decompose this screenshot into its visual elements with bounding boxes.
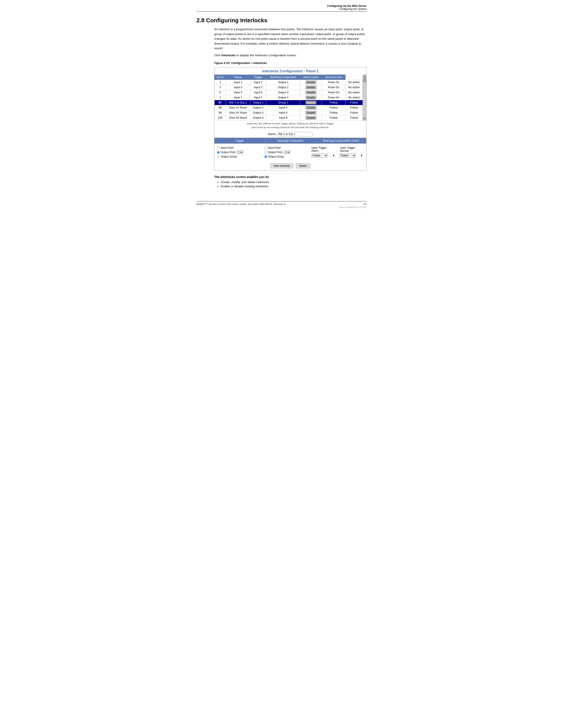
reacting-output-point-radio[interactable] <box>264 151 267 154</box>
cell-alarm: Disable <box>300 85 322 90</box>
bottom-config-header: Trigger Reacting Component Reacting Comp… <box>214 138 366 144</box>
disable-button[interactable]: Disable <box>306 101 317 104</box>
trigger-output-group-row: Output Group <box>217 155 261 158</box>
cell-reacting: Output 1 <box>266 80 300 85</box>
trigger-select[interactable]: 1234 <box>237 150 243 154</box>
footer-right: 59 <box>364 203 367 205</box>
trigger-input-point-row: Input Point <box>217 146 261 149</box>
enables-list: Create, modify, and delete interlocks.En… <box>214 180 367 188</box>
col-header-trigger-bottom: Trigger <box>214 138 265 144</box>
col-header-action-bottom: Reacting Component's Action <box>316 138 366 144</box>
alarm-action-label: Upon Trigger Alarm: <box>311 146 334 152</box>
disable-button[interactable]: Disable <box>306 91 317 94</box>
trigger-output-point-label: Output Point <box>221 151 235 154</box>
cell-id: 1 <box>214 80 226 85</box>
cell-name: Input 7 <box>226 95 250 100</box>
bottom-config: Trigger Reacting Component Reacting Comp… <box>214 138 366 171</box>
cell-alarm: Disable <box>300 110 322 115</box>
cell-alarm-action: Pulse On <box>322 80 346 85</box>
cell-reacting: Output 4 <box>266 95 300 100</box>
delete-button[interactable]: Delete <box>296 163 310 168</box>
header-line1: Configuring via the Web Server <box>327 4 367 8</box>
disable-button[interactable]: Disable <box>306 86 317 89</box>
enables-item: Enable or disable existing interlocks. <box>221 185 367 188</box>
cell-id: 3 <box>214 85 226 90</box>
cell-name: Door #2 Shunt <box>226 105 250 110</box>
cell-alarm-action: Follow <box>322 105 346 110</box>
click-instruction: Click Interlocks to display the Interloc… <box>214 53 367 58</box>
normal-action-select[interactable]: FollowPulse OnNo actionDisable <box>339 153 356 158</box>
name-input[interactable] <box>277 132 313 136</box>
cell-trigger: Output 3 <box>250 110 266 115</box>
cell-reacting: Group 1 <box>266 100 300 105</box>
header-line2: Configuring the System <box>339 8 367 11</box>
disable-button[interactable]: Disable <box>306 81 317 84</box>
table-row[interactable]: 98Door #2 ShuntOutput 2Input 4DisableFol… <box>214 105 363 110</box>
normal-action-arrow-icon: ▼ <box>360 154 363 157</box>
table-row[interactable]: 5Input 5Input 5Output 3DisablePulse OnNo… <box>214 90 363 95</box>
reacting-select[interactable]: 1234 <box>284 150 290 154</box>
name-row: Name: <box>214 131 366 138</box>
enables-title: The Interlocks screen enables you to: <box>214 175 367 179</box>
cell-alarm-action: Follow <box>322 110 346 115</box>
trigger-output-group-radio[interactable] <box>217 155 220 158</box>
col-header-intlk: Int Lk <box>214 75 226 80</box>
reacting-output-group-radio[interactable] <box>264 155 267 158</box>
alarm-action-select[interactable]: FollowPulse OnNo actionDisable <box>311 153 328 158</box>
cell-id: 7 <box>214 95 226 100</box>
table-row[interactable]: 99Door #3 ShuntOutput 3Input 6DisableFol… <box>214 110 363 115</box>
cell-alarm-action: Pulse On <box>322 85 346 90</box>
reacting-input-point-label: Input Point <box>268 146 280 149</box>
table-row[interactable]: 3Input 3Input 3Output 2DisablePulse OnNo… <box>214 85 363 90</box>
scroll-up-arrow[interactable]: ▲ <box>363 75 366 78</box>
new-interlock-button[interactable]: New Interlock <box>270 163 293 168</box>
disable-button[interactable]: Disable <box>306 111 317 114</box>
action-arrow-icon: ▼ <box>332 154 335 157</box>
table-row[interactable]: 7Input 7Input 7Output 4DisablePulse OnNo… <box>214 95 363 100</box>
cell-alarm: Disable <box>300 100 322 105</box>
cell-alarm: Disable <box>300 95 322 100</box>
config-panel: Interlocks Configuration - Panel 1 Int L… <box>214 67 367 171</box>
reacting-input-point-radio[interactable] <box>264 146 267 149</box>
col-header-name: Name <box>226 75 250 80</box>
reacting-input-point-row: Input Point <box>264 146 308 149</box>
buttons-row: New Interlock Delete <box>214 162 366 171</box>
disable-button[interactable]: Disable <box>306 116 317 120</box>
cell-alarm-action: Follow <box>322 115 346 120</box>
cell-trigger: Input 3 <box>250 85 266 90</box>
cell-trigger: Output 2 <box>250 105 266 110</box>
col-header-reacting: Reacting Component <box>266 75 300 80</box>
table-row[interactable]: 100Door #4 ShuntOutput 4Input 8DisableFo… <box>214 115 363 120</box>
cell-reacting: Input 4 <box>266 105 300 110</box>
table-scrollbar[interactable]: ▲ ▼ <box>363 75 366 120</box>
action-selects-row: FollowPulse OnNo actionDisable ▼ FollowP… <box>311 153 364 158</box>
normal-action-label: Upon Trigger Normal: <box>340 146 364 152</box>
cell-name: Input 5 <box>226 90 250 95</box>
cell-alarm: Disable <box>300 90 322 95</box>
scroll-down-arrow[interactable]: ▼ <box>363 117 366 120</box>
cell-name: Rdr 1 to Grp 1 <box>226 100 250 105</box>
cell-name: Input 1 <box>226 80 250 85</box>
bottom-config-body: Input Point Output Point 1234 Output Gro… <box>214 144 366 162</box>
table-row[interactable]: 97Rdr 1 to Grp 1Output 1Group 1DisableFo… <box>214 100 363 105</box>
footer-left: NetAXS™ Access Control Unit User's Guide… <box>196 203 286 205</box>
scroll-thumb[interactable] <box>363 78 366 82</box>
disable-button[interactable]: Disable <box>306 96 317 99</box>
figure-caption: Figure 2-23: Configuration > Interlocks <box>214 61 367 65</box>
body-paragraph: An interlock is a programmed connection … <box>214 27 367 51</box>
cell-normal-action: No action <box>346 85 363 90</box>
cell-name: Door #3 Shunt <box>226 110 250 115</box>
reacting-output-point-label: Output Point <box>268 151 283 154</box>
disable-button[interactable]: Disable <box>306 106 317 109</box>
table-row[interactable]: 1Input 1Input 1Output 1DisablePulse OnNo… <box>214 80 363 85</box>
cell-reacting: Input 6 <box>266 110 300 115</box>
cell-alarm-action: Pulse On <box>322 90 346 95</box>
table-header-row: Int Lk Name Trigger Reacting Component A… <box>214 75 363 80</box>
cell-id: 97 <box>214 100 226 105</box>
cell-trigger: Output 4 <box>250 115 266 120</box>
click-keyword: Interlocks <box>221 54 235 57</box>
trigger-input-point-radio[interactable] <box>217 146 220 149</box>
trigger-output-point-radio[interactable] <box>217 151 220 154</box>
page-footer: NetAXS™ Access Control Unit User's Guide… <box>196 201 367 205</box>
cell-name: Door #4 Shunt <box>226 115 250 120</box>
